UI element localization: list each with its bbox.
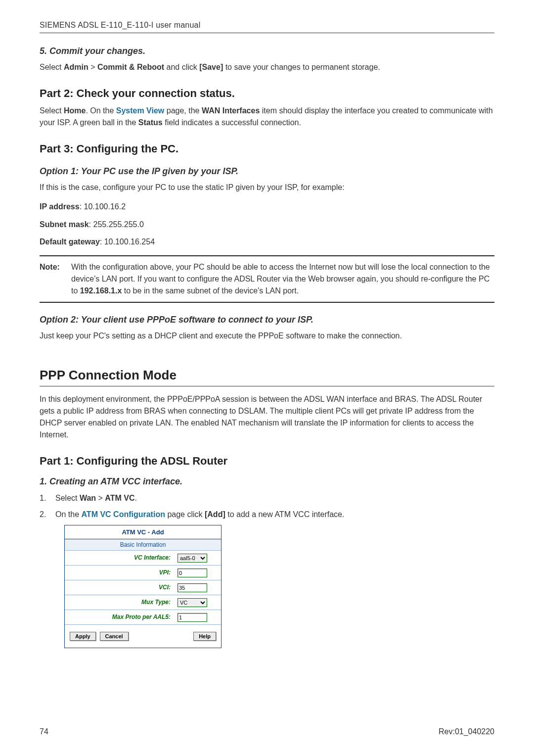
- default-gateway-line: Default gateway: 10.100.16.254: [40, 236, 494, 248]
- text: On the: [55, 510, 81, 519]
- row-mux-type: Mux Type: VC: [65, 595, 221, 610]
- label-vc-interface: VC Interface:: [65, 554, 176, 561]
- note-box: Note: With the configuration above, your…: [40, 255, 494, 303]
- list-item: 2. On the ATM VC Configuration page clic…: [40, 508, 494, 521]
- row-vci: VCI:: [65, 580, 221, 595]
- subnet-mask-label: Subnet mask: [40, 220, 89, 229]
- atm-vc-add-panel: ATM VC - Add Basic Information VC Interf…: [64, 525, 222, 648]
- text: to save your changes to permanent storag…: [223, 63, 380, 71]
- option2-paragraph: Just keep your PC's setting as a DHCP cl…: [40, 330, 494, 342]
- list-text: Select Wan > ATM VC.: [55, 492, 494, 505]
- text: >: [96, 494, 105, 502]
- menu-wan: Wan: [80, 494, 96, 502]
- button-save-label: [Save]: [199, 63, 223, 71]
- text: and click: [164, 63, 199, 71]
- menu-admin: Admin: [64, 63, 89, 71]
- text: Select: [55, 494, 80, 502]
- help-button[interactable]: Help: [193, 632, 216, 641]
- step5-paragraph: Select Admin > Commit & Reboot and click…: [40, 61, 494, 73]
- default-gateway-value: : 10.100.16.254: [100, 237, 155, 246]
- select-vc-interface[interactable]: aal5-0: [178, 554, 207, 563]
- page-footer: 74 Rev:01_040220: [40, 727, 494, 736]
- list-number: 2.: [40, 508, 55, 521]
- ppp-rule: [40, 386, 494, 386]
- panel-section-title: Basic Information: [65, 539, 221, 551]
- header-rule: [40, 33, 494, 33]
- cancel-button[interactable]: Cancel: [100, 632, 129, 641]
- panel-button-row: Apply Cancel Help: [65, 625, 221, 648]
- ip-address-label: IP address: [40, 202, 80, 211]
- panel-title: ATM VC - Add: [65, 525, 221, 539]
- menu-atm-vc: ATM VC: [105, 494, 134, 502]
- label-mux-type: Mux Type:: [65, 599, 176, 606]
- text: page click: [165, 510, 205, 519]
- text: .: [134, 494, 136, 502]
- option2-heading: Option 2: Your client use PPPoE software…: [40, 315, 494, 325]
- text: to add a new ATM VCC interface.: [225, 510, 345, 519]
- link-system-view[interactable]: System View: [116, 106, 165, 115]
- default-gateway-label: Default gateway: [40, 237, 100, 246]
- input-max-proto[interactable]: [178, 613, 207, 622]
- menu-home: Home: [64, 106, 86, 115]
- list-number: 1.: [40, 492, 55, 505]
- row-vpi: VPI:: [65, 566, 221, 580]
- subnet-mask-value: : 255.255.255.0: [89, 220, 144, 229]
- ppp-part1-heading: Part 1: Configuring the ADSL Router: [40, 455, 494, 468]
- input-vpi[interactable]: [178, 568, 207, 577]
- page-header: SIEMENS ADSL E-110_E-110-I user manual: [40, 21, 494, 30]
- revision: Rev:01_040220: [439, 727, 494, 736]
- menu-commit-reboot: Commit & Reboot: [97, 63, 164, 71]
- ppp-heading: PPP Connection Mode: [40, 368, 494, 383]
- step5-heading: 5. Commit your changes.: [40, 46, 494, 56]
- text: Select: [40, 106, 64, 115]
- ppp-paragraph: In this deployment environment, the PPPo…: [40, 393, 494, 441]
- apply-button[interactable]: Apply: [70, 632, 96, 641]
- label-wan-interfaces: WAN Interfaces: [202, 106, 260, 115]
- note-label: Note:: [40, 261, 71, 297]
- page-number: 74: [40, 727, 48, 736]
- row-max-proto: Max Proto per AAL5:: [65, 610, 221, 625]
- text: . On the: [86, 106, 116, 115]
- label-vci: VCI:: [65, 584, 176, 591]
- option1-heading: Option 1: Your PC use the IP given by yo…: [40, 166, 494, 177]
- ip-subnet-example: 192.168.1.x: [80, 286, 122, 295]
- text: page, the: [164, 106, 202, 115]
- input-vci[interactable]: [178, 583, 207, 592]
- label-vpi: VPI:: [65, 569, 176, 576]
- label-status: Status: [138, 118, 163, 127]
- text: to be in the same subnet of the device's…: [122, 286, 299, 295]
- option1-paragraph: If this is the case, configure your PC t…: [40, 182, 494, 193]
- link-atm-vc-config[interactable]: ATM VC Configuration: [81, 510, 165, 519]
- list-item: 1. Select Wan > ATM VC.: [40, 492, 494, 505]
- ppp-step1-heading: 1. Creating an ATM VCC interface.: [40, 476, 494, 487]
- label-max-proto: Max Proto per AAL5:: [65, 614, 176, 620]
- part2-paragraph: Select Home. On the System View page, th…: [40, 105, 494, 129]
- subnet-mask-line: Subnet mask: 255.255.255.0: [40, 218, 494, 231]
- text: field indicates a successful connection.: [163, 118, 301, 127]
- part2-heading: Part 2: Check your connection status.: [40, 87, 494, 100]
- text: >: [89, 63, 97, 71]
- ip-address-value: : 10.100.16.2: [80, 202, 126, 211]
- note-text: With the configuration above, your PC sh…: [71, 261, 494, 297]
- select-mux-type[interactable]: VC: [178, 598, 207, 607]
- ip-address-line: IP address: 10.100.16.2: [40, 200, 494, 213]
- text: Select: [40, 63, 64, 71]
- part3-heading: Part 3: Configuring the PC.: [40, 142, 494, 155]
- row-vc-interface: VC Interface: aal5-0: [65, 551, 221, 566]
- button-add-label: [Add]: [205, 510, 225, 519]
- list-text: On the ATM VC Configuration page click […: [55, 508, 494, 521]
